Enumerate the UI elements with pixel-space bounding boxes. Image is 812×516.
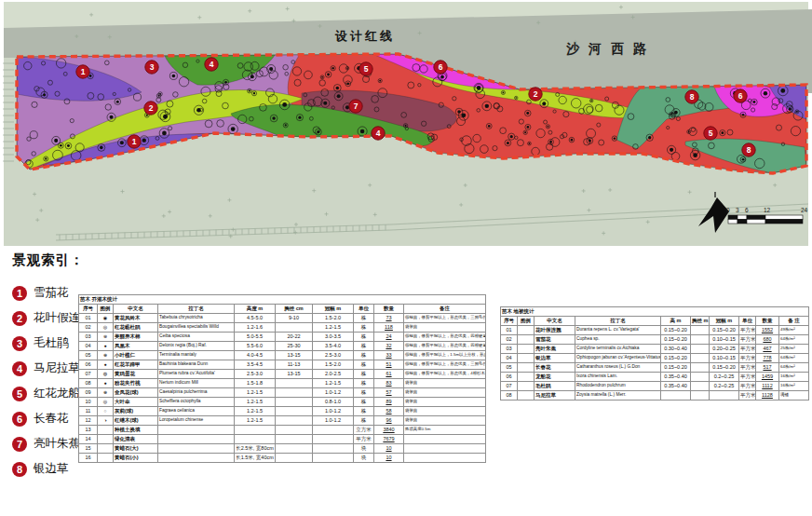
table-row: 08●粉花夹竹桃Nerium indicum Mill1.5-1.81.2-1.… xyxy=(79,379,486,388)
svg-text:8: 8 xyxy=(690,92,695,102)
index-badge: 6 xyxy=(12,412,27,427)
table-row: 13种植土换填立方米3840换填高度0.5m xyxy=(79,426,486,435)
zone-marker: 5 xyxy=(704,127,717,140)
table-row: 10◎大叶伞Schefflera octophylla1.2-1.50.8-1.… xyxy=(79,398,486,407)
table-row: 07◍黄鸡蛋花Plumeria rubra cv.'Acutifolia'2.5… xyxy=(79,370,486,379)
index-label: 银边草 xyxy=(34,461,69,477)
index-badge: 1 xyxy=(12,286,27,301)
road-name-label: 沙河西路 xyxy=(566,41,656,58)
svg-text:8: 8 xyxy=(747,145,751,155)
table-row: 05⊕小叶榄仁Terminalia mantaly4.0-4.513-152.5… xyxy=(79,351,486,360)
index-badge: 2 xyxy=(12,311,27,326)
site-plan: 036122413456271428658 设计红线 沙河西路 xyxy=(0,0,812,249)
plan-canvas: 036122413456271428658 xyxy=(0,0,812,249)
zone-marker: 1 xyxy=(128,135,141,148)
index-badge: 7 xyxy=(12,437,27,452)
table-row: 04●凤凰木Delonix regia (Boj.) Raf.5.5-6.025… xyxy=(79,342,486,351)
table-row: 03⊛美丽异木棉Ceiba speciosa5.0-5.520-223.0-3.… xyxy=(79,333,486,342)
index-label: 毛杜鹃 xyxy=(34,335,69,351)
zone-marker: 4 xyxy=(205,58,218,71)
index-label: 雪茄花 xyxy=(34,285,69,301)
index-label: 马尼拉草 xyxy=(34,360,80,376)
svg-text:7: 7 xyxy=(354,102,359,111)
zone-marker: 6 xyxy=(434,61,447,74)
zone-marker: 5 xyxy=(359,62,372,75)
table-title-row: 苗木 地被统计 xyxy=(501,307,809,317)
drawing-sheet: 036122413456271428658 设计红线 沙河西路 景观索引： 1雪… xyxy=(0,0,812,516)
table-row: 06龙船花Ixora chinensis Lam.0.35~0.400.2~0.… xyxy=(501,373,809,382)
index-badge: 3 xyxy=(12,336,27,351)
scale-tick-label: 3 xyxy=(736,207,739,213)
table-row: 05长春花Catharanthus roseus (L.) G.Don0.15~… xyxy=(501,363,809,373)
table-row: 01花叶假连翘Duranta repens L. cv.'Variegata'0… xyxy=(501,326,809,335)
index-label: 亮叶朱蕉 xyxy=(34,436,80,452)
table-row: 02雪茄花Cuphea sp.0.15~0.200.10~0.15平方米6806… xyxy=(501,335,809,345)
table-row: 04银边草Ophiopogon jaburan cv.'Argenteus-Vi… xyxy=(501,354,809,363)
index-label: 长春花 xyxy=(34,411,69,427)
zone-marker: 2 xyxy=(144,102,157,115)
index-badge: 4 xyxy=(12,361,27,376)
svg-text:4: 4 xyxy=(210,60,214,69)
svg-text:2: 2 xyxy=(534,89,538,99)
table-row: 15黄蜡石(大)长2.5米, 宽80cm块10 xyxy=(79,444,486,454)
zone-marker: 8 xyxy=(685,90,698,103)
zone-marker: 4 xyxy=(372,127,385,140)
scale-tick-label: 24 xyxy=(801,207,808,213)
scale-tick-label: 0 xyxy=(726,207,730,213)
svg-text:1: 1 xyxy=(132,137,137,146)
table-row: 11○灰莉(球)Fagraea ceilanica1.2-1.51.0-1.2株… xyxy=(79,407,486,416)
scale-tick-label: 6 xyxy=(745,207,749,213)
table-title-row: 苗木 乔灌木统计 xyxy=(79,295,486,305)
table-row: 09⊕金凤花(球)Caesalpinia pulcherrima1.2-1.51… xyxy=(79,388,486,398)
table-header-row: 序号图例中文名拉丁名高 m胸径 m冠幅 m单位数量备 注 xyxy=(501,317,809,326)
table-row: 06●红花羊蹄甲Bauhinia blakeana Dunn3.5-4.511-… xyxy=(79,360,486,370)
svg-text:5: 5 xyxy=(364,64,369,74)
zone-marker: 2 xyxy=(529,88,542,101)
index-badge: 5 xyxy=(12,387,27,401)
table-row: 12◑红继木(球)Loropetalum chinense1.2-1.51.0-… xyxy=(79,416,486,426)
tree-shrub-table: 苗木 乔灌木统计序号图例中文名拉丁名高度 m胸径 cm冠幅 m单位数量备注01◉… xyxy=(78,294,486,463)
groundcover-table: 苗木 地被统计序号图例中文名拉丁名高 m胸径 m冠幅 m单位数量备 注01花叶假… xyxy=(500,306,809,401)
svg-text:1: 1 xyxy=(81,67,86,76)
scale-tick-label: 12 xyxy=(764,207,771,213)
index-title: 景观索引： xyxy=(12,251,92,269)
svg-text:6: 6 xyxy=(439,62,443,72)
table-row: 16黄蜡石(小)长1.5米, 宽40cm块10 xyxy=(79,454,486,463)
table-row: 14绿化清表平方米7679 xyxy=(79,435,486,444)
svg-text:5: 5 xyxy=(709,129,713,138)
svg-text:3: 3 xyxy=(150,62,155,72)
zone-marker: 7 xyxy=(349,100,362,113)
table-row: 08马尼拉草Zoysia matrella (L.) Merr.平方米1128满… xyxy=(501,391,809,401)
zone-marker: 8 xyxy=(742,143,755,156)
zone-marker: 3 xyxy=(145,61,158,74)
index-badge: 8 xyxy=(12,462,27,477)
svg-text:2: 2 xyxy=(149,103,154,113)
zone-marker: 6 xyxy=(734,89,747,102)
design-redline-label: 设计红线 xyxy=(335,28,395,45)
svg-text:4: 4 xyxy=(376,129,381,138)
table-row: 03亮叶朱蕉Cordyline terminalis cv.Aichiaka0.… xyxy=(501,345,809,354)
zone-marker: 1 xyxy=(76,65,89,78)
table-row: 01◉黄花风铃木Tabebuia chrysotricha4.5-5.09-10… xyxy=(79,314,486,323)
svg-text:6: 6 xyxy=(738,91,743,101)
table-row: 02◎红花簕杜鹃Bougainvillea spectabilis Willd1… xyxy=(79,323,486,333)
table-row: 07毛杜鹃Rhododendron pulchrum0.35~0.400.2~0… xyxy=(501,382,809,391)
table-header-row: 序号图例中文名拉丁名高度 m胸径 cm冠幅 m单位数量备注 xyxy=(79,305,486,314)
